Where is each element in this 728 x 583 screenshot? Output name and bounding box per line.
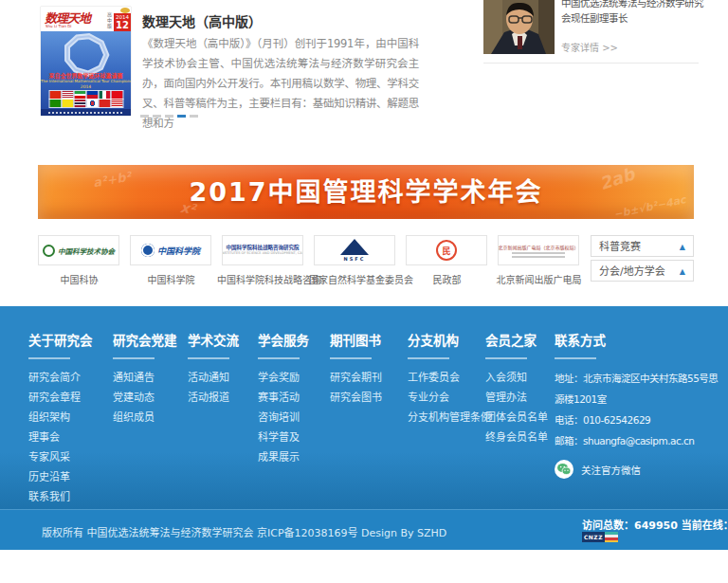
visit-stats: 访问总数：649950 当前在线：19 (582, 517, 728, 532)
cover-theme-subline: The International Mathematical Tour Cham… (41, 79, 131, 83)
footer-link[interactable]: 学会奖励 (258, 368, 330, 388)
casisd-logo-text-en: INSTITUTES OF SCIENCE AND DEVELOPMENT, C… (222, 251, 303, 256)
cover-theme-year: 2014 (41, 84, 131, 89)
footer-col-title[interactable]: 期刊图书 (330, 330, 408, 349)
flag-icon (111, 100, 122, 107)
footer-col-branches: 分支机构 工作委员会 专业分会 分支机构管理条例 (408, 330, 485, 507)
flag-icon (49, 100, 61, 107)
cover-issue-box: 2014 12 (114, 13, 131, 32)
footer-link[interactable]: 入会须知 (485, 368, 555, 388)
footer-col-academic: 学术交流 活动通知 活动报道 (188, 330, 258, 507)
footer-link[interactable]: 成果展示 (258, 447, 330, 467)
footer-link[interactable]: 终身会员名单 (485, 428, 555, 447)
footer-col-title[interactable]: 分支机构 (408, 330, 485, 349)
footer-col-title[interactable]: 会员之家 (485, 330, 555, 349)
footer-col-publications: 期刊图书 研究会期刊 研究会图书 (330, 330, 408, 507)
footer-link[interactable]: 党建动态 (113, 388, 188, 408)
cnzz-badge-label: CNZZ (582, 532, 605, 542)
flag-icon (86, 91, 98, 99)
page: 数理天地 Shu Li Tian Di 高中版 2014 12 来自全世界数学迷… (0, 0, 728, 583)
cover-caption-microtext (48, 112, 122, 114)
footer-link[interactable]: 组织成员 (113, 408, 188, 428)
partner-casisd: 中国科学院科技战略咨询研究院 INSTITUTES OF SCIENCE AND… (222, 235, 314, 286)
partner-cast-logo[interactable]: 中国科学技术协会 (38, 235, 119, 265)
footer-col-title: 联系方式 (555, 330, 720, 349)
copyright-text: 版权所有 中国优选法统筹法与经济数学研究会 京ICP备12038169号 Des… (42, 524, 446, 539)
flag-icon (62, 91, 73, 99)
cnzz-badge[interactable]: CNZZ (582, 532, 618, 542)
footer-col-contact: 联系方式 地址：北京市海淀区中关村东路55号思源楼1201室 电话：010-62… (555, 330, 720, 507)
partner-mca: 民 民政部 (406, 235, 498, 286)
footer-link[interactable]: 研究会图书 (330, 388, 408, 408)
footer-col-members: 会员之家 入会须知 管理办法 团体会员名单 终身会员名单 (485, 330, 555, 507)
footer-link[interactable]: 活动报道 (188, 388, 258, 408)
footer-link[interactable]: 通知通告 (113, 368, 188, 388)
chevron-up-icon: ▲ (680, 236, 685, 258)
footer-link[interactable]: 研究会期刊 (330, 368, 408, 388)
footer-link[interactable]: 科学普及 (258, 428, 330, 447)
journal-description: 《数理天地（高中版）》（月刊）创刊于1991年，由中国科学技术协会主管、中国优选… (142, 34, 419, 134)
expert-photo[interactable] (483, 0, 555, 54)
flag-icon (99, 91, 110, 99)
dropdown-science-contest[interactable]: 科普竞赛 ▲ (591, 235, 694, 257)
dropdown-label: 分会/地方学会 (599, 261, 665, 282)
conference-banner[interactable]: 2ab −b±√b²−4ac a²+b² x² 2017中国管理科学学术年会 (38, 165, 694, 219)
carousel-dot[interactable] (140, 115, 149, 118)
flag-icon (74, 91, 85, 99)
cover-masthead-pinyin: Shu Li Tian Di (46, 24, 71, 28)
cnzz-stripes-icon (605, 532, 618, 542)
partner-nsfc-logo[interactable]: NSFC (314, 235, 395, 265)
flag-icon (49, 91, 61, 99)
title-underline (188, 357, 229, 359)
wechat-follow[interactable]: 关注官方微信 (555, 460, 720, 479)
footer-link[interactable]: 研究会简介 (28, 368, 113, 388)
footer-col-title[interactable]: 学术交流 (188, 330, 258, 349)
footer-link[interactable]: 联系我们 (28, 487, 113, 507)
footer-link[interactable]: 管理办法 (485, 388, 555, 408)
footer-link[interactable]: 团体会员名单 (485, 408, 555, 428)
contact-address: 地址：北京市海淀区中关村东路55号思源楼1201室 (555, 368, 720, 410)
partner-label: 中国科学院 (125, 272, 217, 286)
carousel-dot[interactable] (153, 115, 161, 118)
carousel-dot[interactable] (190, 115, 198, 118)
footer-link[interactable]: 专家风采 (28, 447, 113, 467)
wechat-icon (555, 460, 573, 479)
footer-link[interactable]: 活动通知 (188, 368, 258, 388)
copyright-bar: 版权所有 中国优选法统筹法与经济数学研究会 京ICP备12038169号 Des… (0, 509, 728, 550)
footer-link[interactable]: 研究会章程 (28, 388, 113, 408)
carousel-dot[interactable] (165, 115, 173, 118)
footer-col-about: 关于研究会 研究会简介 研究会章程 组织架构 理事会 专家风采 历史沿革 联系我… (28, 330, 113, 507)
banner-title: 2017中国管理科学学术年会 (38, 165, 694, 219)
journal-cover[interactable]: 数理天地 Shu Li Tian Di 高中版 2014 12 来自全世界数学迷… (41, 7, 131, 116)
footer-link[interactable]: 专业分会 (408, 388, 485, 408)
partner-cas-logo[interactable]: 中国科学院 (130, 235, 211, 265)
partner-bjgapp: 北京新闻出版广电局（北京市版权局） 北京新闻出版广电局 (498, 235, 590, 286)
footer-link[interactable]: 咨询培训 (258, 408, 330, 428)
carousel-dot-active[interactable] (177, 115, 186, 118)
expert-detail-link[interactable]: 专家详情 >> (561, 40, 618, 54)
footer-link[interactable]: 历史沿革 (28, 467, 113, 487)
partner-logos-row: 中国科学技术协会 中国科协 中国科学院 中国科学院 中国科学院科技战略咨询研究院… (38, 235, 590, 286)
cast-logo-text: 中国科学技术协会 (58, 246, 115, 256)
partner-mca-logo[interactable]: 民 (406, 235, 487, 265)
footer-col-title[interactable]: 学会服务 (258, 330, 330, 349)
footer-col-title[interactable]: 关于研究会 (28, 330, 113, 349)
footer-col-title[interactable]: 研究会党建 (113, 330, 188, 349)
footer-link[interactable]: 赛事活动 (258, 388, 330, 408)
chevron-up-icon: ▲ (680, 261, 685, 282)
cast-emblem-icon (43, 245, 55, 257)
flag-icon (74, 100, 85, 107)
partner-label: 中国科学院科技战略咨询 (217, 272, 309, 286)
dropdown-branch-societies[interactable]: 分会/地方学会 ▲ (591, 260, 694, 282)
title-underline (485, 357, 527, 359)
title-underline (113, 357, 155, 359)
footer-columns: 关于研究会 研究会简介 研究会章程 组织架构 理事会 专家风采 历史沿革 联系我… (0, 306, 728, 507)
partner-casisd-logo[interactable]: 中国科学院科技战略咨询研究院 INSTITUTES OF SCIENCE AND… (222, 235, 303, 265)
nsfc-mountain-icon (340, 239, 369, 255)
footer-link[interactable]: 分支机构管理条例 (408, 408, 485, 428)
footer-link[interactable]: 理事会 (28, 428, 113, 447)
partner-bjgapp-logo[interactable]: 北京新闻出版广电局（北京市版权局） (498, 235, 579, 265)
portrait-image (483, 0, 555, 54)
footer-link[interactable]: 组织架构 (28, 408, 113, 428)
footer-link[interactable]: 工作委员会 (408, 368, 485, 388)
